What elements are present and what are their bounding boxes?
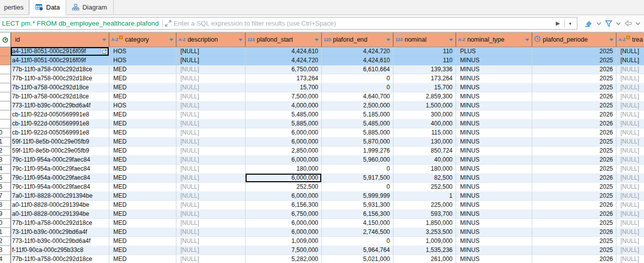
cell-description[interactable]: [NULL] <box>176 183 246 192</box>
cell-plafond_start[interactable]: 6,000,000 <box>246 156 322 165</box>
cell-plafond_periode[interactable]: 2025 <box>532 237 616 246</box>
cell-plafond_periode[interactable]: 2026 <box>532 210 616 219</box>
cell-category[interactable]: MED <box>109 110 176 119</box>
cell-id[interactable]: 79c-11f0-954a-000c29faec84 <box>11 156 109 165</box>
cell-nominal_type[interactable]: MINUS <box>456 83 532 92</box>
cell-nominal[interactable]: 110 <box>393 47 456 56</box>
cell-plafond_end[interactable]: 0 <box>322 165 393 174</box>
cell-id[interactable]: 77b-11f0-a758-000c292d18ce <box>11 219 109 228</box>
cell-nominal_type[interactable]: MINUS <box>456 192 532 201</box>
row-number-cell[interactable] <box>0 101 11 110</box>
cell-plafond_end[interactable]: 5,999,999 <box>322 192 393 201</box>
cell-description[interactable]: [NULL] <box>176 246 246 255</box>
cell-plafond_periode[interactable]: 2025 <box>532 101 616 110</box>
cell-plafond_end[interactable]: 1,999,276 <box>322 147 393 156</box>
cell-plafond_periode[interactable]: 2025 <box>532 192 616 201</box>
cell-description[interactable]: [NULL] <box>176 138 246 147</box>
cell-id[interactable]: 7b-11f0-a758-000c292d18ce <box>11 92 109 101</box>
cell-plafond_periode[interactable]: 2025 <box>532 147 616 156</box>
cell-category[interactable]: MED <box>109 128 176 138</box>
cell-category[interactable]: MED <box>109 92 176 101</box>
cell-plafond_start[interactable]: 6,750,000 <box>246 65 322 74</box>
cell-plafond_periode[interactable]: 2025 <box>532 183 616 192</box>
cell-trea[interactable]: [NULL] <box>616 228 644 237</box>
cell-trea[interactable]: [NULL] <box>616 65 644 74</box>
row-number-cell[interactable] <box>0 47 11 56</box>
cell-description[interactable]: [NULL] <box>176 92 246 101</box>
cell-id[interactable]: 73-11f0-b39c-000c29bd6a4f <box>11 228 109 237</box>
cell-category[interactable]: MED <box>109 156 176 165</box>
cell-trea[interactable]: [NULL] <box>616 110 644 119</box>
cell-description[interactable]: [NULL] <box>176 255 246 263</box>
cell-nominal_type[interactable]: MINUS <box>456 237 532 246</box>
cell-description[interactable]: [NULL] <box>176 128 246 138</box>
cell-plafond_periode[interactable]: 2026 <box>532 92 616 101</box>
cell-nominal[interactable]: 261,000 <box>393 255 456 263</box>
cell-nominal[interactable]: 115,000 <box>393 128 456 138</box>
column-dropdown-icon[interactable] <box>386 39 390 41</box>
sql-filter-input[interactable]: LECT pm.* FROM db_employee_healthcare.pl… <box>0 17 577 30</box>
cell-trea[interactable]: [NULL] <box>616 74 644 83</box>
column-header-id[interactable]: id <box>11 33 109 47</box>
cell-nominal[interactable]: 1,009,000 <box>393 237 456 246</box>
cell-plafond_start[interactable]: 15,700 <box>246 83 322 92</box>
cell-id[interactable]: 7a0-11f0-8828-000c291394be <box>11 192 109 201</box>
column-header-plafond_end[interactable]: 123plafond_end <box>322 33 393 47</box>
cell-description[interactable]: [NULL] <box>176 174 246 183</box>
cell-category[interactable]: MED <box>109 165 176 174</box>
cell-plafond_start[interactable]: 6,000,000 <box>246 228 322 237</box>
cell-plafond_start[interactable]: 6,750,000 <box>246 210 322 219</box>
cell-id[interactable]: 79c-11f0-954a-000c29faec84 <box>11 183 109 192</box>
row-number-cell[interactable] <box>0 119 11 128</box>
row-number-cell[interactable]: 7 <box>0 192 11 201</box>
cell-plafond_start[interactable]: 6,000,000 <box>246 128 322 138</box>
cell-id[interactable]: a0-11f0-8828-000c291394be <box>11 210 109 219</box>
cell-trea[interactable]: [NULL] <box>616 183 644 192</box>
cell-category[interactable]: MED <box>109 192 176 201</box>
cell-trea[interactable]: [NULL] <box>616 83 644 92</box>
cell-category[interactable]: HOS <box>109 47 176 56</box>
cell-plafond_periode[interactable]: 2026 <box>532 65 616 74</box>
cell-id[interactable]: 773-11f0-b39c-000c29bd6a4f <box>11 101 109 110</box>
cell-nominal[interactable]: 593,700 <box>393 210 456 219</box>
open-value-editor-icon[interactable] <box>101 48 108 55</box>
row-number-cell[interactable] <box>0 92 11 101</box>
column-dropdown-icon[interactable] <box>525 39 529 41</box>
cell-description[interactable]: [NULL] <box>176 192 246 201</box>
cell-plafond_start[interactable]: 2,850,000 <box>246 147 322 156</box>
cell-plafond_start[interactable]: 6,000,000 <box>246 174 322 183</box>
cell-trea[interactable]: [NULL] <box>616 128 644 138</box>
cell-plafond_start[interactable]: 252,500 <box>246 183 322 192</box>
column-header-trea[interactable]: A-Ztrea <box>616 33 644 47</box>
cell-description[interactable]: [NULL] <box>176 237 246 246</box>
cell-nominal_type[interactable]: MINUS <box>456 201 532 210</box>
cell-nominal[interactable]: 850,724 <box>393 147 456 156</box>
column-header-plafond_start[interactable]: 123plafond_start <box>246 33 322 47</box>
cell-category[interactable]: HOS <box>109 56 176 65</box>
cell-plafond_periode[interactable]: 2025 <box>532 56 616 65</box>
cell-category[interactable]: MED <box>109 255 176 263</box>
cell-trea[interactable]: [NULL] <box>616 246 644 255</box>
cell-plafond_periode[interactable]: 2026 <box>532 228 616 237</box>
cell-plafond_end[interactable]: 5,021,000 <box>322 255 393 263</box>
row-number-cell[interactable]: 3 <box>0 156 11 165</box>
cell-plafond_end[interactable]: 0 <box>322 237 393 246</box>
cell-plafond_end[interactable]: 0 <box>322 183 393 192</box>
cell-plafond_periode[interactable]: 2025 <box>532 219 616 228</box>
cell-nominal_type[interactable]: MINUS <box>456 219 532 228</box>
cell-nominal[interactable]: 40,000 <box>393 156 456 165</box>
cell-trea[interactable]: [NULL] <box>616 219 644 228</box>
tab-data[interactable]: Data <box>29 0 66 15</box>
cell-description[interactable]: [NULL] <box>176 156 246 165</box>
cell-id[interactable]: a4-11f0-8051-000c2916f09f <box>11 47 109 56</box>
cell-trea[interactable]: [NULL] <box>616 174 644 183</box>
cell-nominal[interactable]: 173,264 <box>393 74 456 83</box>
cell-nominal_type[interactable]: MINUS <box>456 110 532 119</box>
row-number-cell[interactable]: 6 <box>0 183 11 192</box>
row-number-cell[interactable]: 8 <box>0 201 11 210</box>
cell-id[interactable]: a4-11f0-8051-000c2916f09f <box>11 56 109 65</box>
cell-trea[interactable]: [NULL] <box>616 201 644 210</box>
column-header-nominal_type[interactable]: A-Znominal_type <box>456 33 532 47</box>
cell-id[interactable]: 773-11f0-b39c-000c29bd6a4f <box>11 237 109 246</box>
cell-id[interactable]: f-11f0-90ca-000c295b33c8 <box>11 246 109 255</box>
